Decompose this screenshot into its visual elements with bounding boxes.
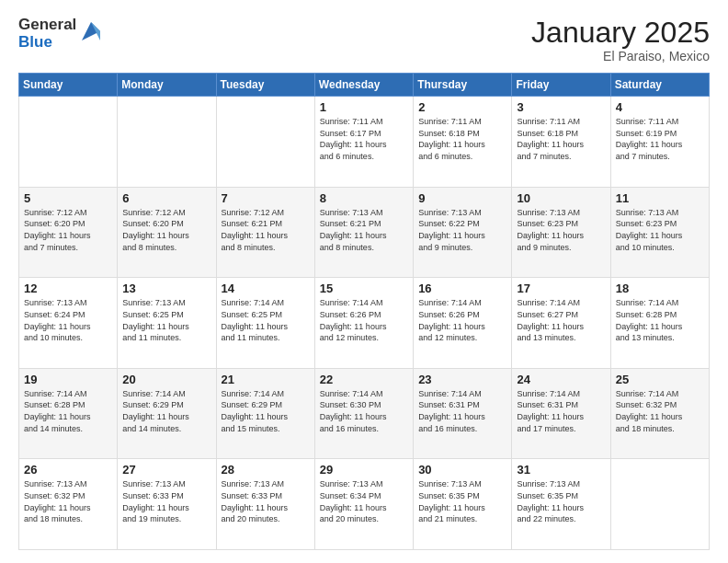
day-number: 5: [24, 191, 112, 205]
day-info: Sunrise: 7:13 AMSunset: 6:33 PMDaylight:…: [122, 478, 210, 524]
day-info: Sunrise: 7:14 AMSunset: 6:26 PMDaylight:…: [418, 297, 506, 343]
table-row: [19, 97, 118, 188]
day-info: Sunrise: 7:13 AMSunset: 6:34 PMDaylight:…: [320, 478, 408, 524]
day-number: 19: [24, 373, 112, 386]
day-info: Sunrise: 7:12 AMSunset: 6:21 PMDaylight:…: [222, 207, 310, 253]
col-friday: Friday: [512, 74, 610, 97]
day-number: 11: [616, 191, 704, 205]
day-number: 4: [616, 100, 704, 114]
day-number: 21: [222, 373, 310, 386]
day-info: Sunrise: 7:14 AMSunset: 6:28 PMDaylight:…: [616, 297, 704, 343]
day-number: 24: [517, 373, 605, 386]
col-wednesday: Wednesday: [314, 74, 413, 97]
day-number: 6: [122, 191, 210, 205]
day-number: 31: [517, 463, 605, 477]
day-info: Sunrise: 7:14 AMSunset: 6:26 PMDaylight:…: [320, 297, 408, 343]
day-info: Sunrise: 7:13 AMSunset: 6:35 PMDaylight:…: [418, 478, 506, 524]
day-info: Sunrise: 7:12 AMSunset: 6:20 PMDaylight:…: [24, 207, 112, 253]
header: General Blue January 2025 El Paraiso, Me…: [18, 17, 710, 63]
table-row: 9Sunrise: 7:13 AMSunset: 6:22 PMDaylight…: [414, 187, 512, 278]
day-info: Sunrise: 7:14 AMSunset: 6:31 PMDaylight:…: [418, 388, 506, 434]
table-row: 26Sunrise: 7:13 AMSunset: 6:32 PMDayligh…: [19, 459, 118, 550]
table-row: 25Sunrise: 7:14 AMSunset: 6:32 PMDayligh…: [610, 368, 709, 459]
day-number: 30: [418, 463, 506, 477]
table-row: 6Sunrise: 7:12 AMSunset: 6:20 PMDaylight…: [118, 187, 216, 278]
table-row: 7Sunrise: 7:12 AMSunset: 6:21 PMDaylight…: [216, 187, 314, 278]
day-number: 17: [517, 282, 605, 295]
table-row: 13Sunrise: 7:13 AMSunset: 6:25 PMDayligh…: [118, 278, 216, 369]
table-row: 17Sunrise: 7:14 AMSunset: 6:27 PMDayligh…: [512, 278, 610, 369]
logo-blue: Blue: [18, 34, 76, 52]
day-info: Sunrise: 7:13 AMSunset: 6:22 PMDaylight:…: [418, 207, 506, 253]
day-info: Sunrise: 7:13 AMSunset: 6:25 PMDaylight:…: [122, 297, 210, 343]
day-number: 12: [24, 282, 112, 295]
day-info: Sunrise: 7:11 AMSunset: 6:18 PMDaylight:…: [418, 116, 506, 162]
table-row: 1Sunrise: 7:11 AMSunset: 6:17 PMDaylight…: [314, 97, 413, 188]
title-location: El Paraiso, Mexico: [531, 49, 710, 63]
logo-icon: [78, 18, 104, 44]
day-info: Sunrise: 7:13 AMSunset: 6:35 PMDaylight:…: [517, 478, 605, 524]
table-row: [216, 97, 314, 188]
table-row: 22Sunrise: 7:14 AMSunset: 6:30 PMDayligh…: [314, 368, 413, 459]
table-row: 5Sunrise: 7:12 AMSunset: 6:20 PMDaylight…: [19, 187, 118, 278]
day-info: Sunrise: 7:11 AMSunset: 6:17 PMDaylight:…: [320, 116, 408, 162]
day-info: Sunrise: 7:11 AMSunset: 6:19 PMDaylight:…: [616, 116, 704, 162]
day-number: 2: [418, 100, 506, 114]
table-row: 15Sunrise: 7:14 AMSunset: 6:26 PMDayligh…: [314, 278, 413, 369]
table-row: 8Sunrise: 7:13 AMSunset: 6:21 PMDaylight…: [314, 187, 413, 278]
day-number: 16: [418, 282, 506, 295]
day-info: Sunrise: 7:13 AMSunset: 6:24 PMDaylight:…: [24, 297, 112, 343]
day-number: 14: [222, 282, 310, 295]
table-row: 2Sunrise: 7:11 AMSunset: 6:18 PMDaylight…: [414, 97, 512, 188]
calendar-week-row: 1Sunrise: 7:11 AMSunset: 6:17 PMDaylight…: [19, 97, 710, 188]
logo-text: General Blue: [18, 17, 76, 51]
col-monday: Monday: [118, 74, 216, 97]
col-sunday: Sunday: [19, 74, 118, 97]
day-number: 28: [222, 463, 310, 477]
table-row: 12Sunrise: 7:13 AMSunset: 6:24 PMDayligh…: [19, 278, 118, 369]
calendar-header-row: Sunday Monday Tuesday Wednesday Thursday…: [19, 74, 710, 97]
col-tuesday: Tuesday: [216, 74, 314, 97]
logo-general: General: [18, 17, 76, 34]
day-number: 8: [320, 191, 408, 205]
day-info: Sunrise: 7:14 AMSunset: 6:25 PMDaylight:…: [222, 297, 310, 343]
day-number: 27: [122, 463, 210, 477]
table-row: 11Sunrise: 7:13 AMSunset: 6:23 PMDayligh…: [610, 187, 709, 278]
table-row: 16Sunrise: 7:14 AMSunset: 6:26 PMDayligh…: [414, 278, 512, 369]
day-info: Sunrise: 7:13 AMSunset: 6:21 PMDaylight:…: [320, 207, 408, 253]
day-info: Sunrise: 7:13 AMSunset: 6:23 PMDaylight:…: [616, 207, 704, 253]
table-row: 28Sunrise: 7:13 AMSunset: 6:33 PMDayligh…: [216, 459, 314, 550]
day-info: Sunrise: 7:14 AMSunset: 6:29 PMDaylight:…: [222, 388, 310, 434]
day-number: 9: [418, 191, 506, 205]
day-number: 29: [320, 463, 408, 477]
table-row: 14Sunrise: 7:14 AMSunset: 6:25 PMDayligh…: [216, 278, 314, 369]
day-number: 15: [320, 282, 408, 295]
table-row: 4Sunrise: 7:11 AMSunset: 6:19 PMDaylight…: [610, 97, 709, 188]
table-row: 23Sunrise: 7:14 AMSunset: 6:31 PMDayligh…: [414, 368, 512, 459]
day-info: Sunrise: 7:14 AMSunset: 6:27 PMDaylight:…: [517, 297, 605, 343]
day-info: Sunrise: 7:13 AMSunset: 6:23 PMDaylight:…: [517, 207, 605, 253]
day-number: 22: [320, 373, 408, 386]
title-block: January 2025 El Paraiso, Mexico: [531, 17, 710, 63]
day-number: 25: [616, 373, 704, 386]
table-row: 21Sunrise: 7:14 AMSunset: 6:29 PMDayligh…: [216, 368, 314, 459]
day-number: 18: [616, 282, 704, 295]
day-number: 26: [24, 463, 112, 477]
day-number: 10: [517, 191, 605, 205]
calendar-week-row: 19Sunrise: 7:14 AMSunset: 6:28 PMDayligh…: [19, 368, 710, 459]
day-number: 1: [320, 100, 408, 114]
logo: General Blue: [18, 17, 104, 51]
day-number: 13: [122, 282, 210, 295]
table-row: 24Sunrise: 7:14 AMSunset: 6:31 PMDayligh…: [512, 368, 610, 459]
calendar-week-row: 12Sunrise: 7:13 AMSunset: 6:24 PMDayligh…: [19, 278, 710, 369]
day-info: Sunrise: 7:14 AMSunset: 6:28 PMDaylight:…: [24, 388, 112, 434]
calendar-week-row: 5Sunrise: 7:12 AMSunset: 6:20 PMDaylight…: [19, 187, 710, 278]
day-number: 20: [122, 373, 210, 386]
table-row: 30Sunrise: 7:13 AMSunset: 6:35 PMDayligh…: [414, 459, 512, 550]
title-month: January 2025: [531, 17, 710, 49]
day-info: Sunrise: 7:11 AMSunset: 6:18 PMDaylight:…: [517, 116, 605, 162]
day-number: 23: [418, 373, 506, 386]
page: General Blue January 2025 El Paraiso, Me…: [0, 0, 728, 563]
table-row: 20Sunrise: 7:14 AMSunset: 6:29 PMDayligh…: [118, 368, 216, 459]
day-number: 3: [517, 100, 605, 114]
